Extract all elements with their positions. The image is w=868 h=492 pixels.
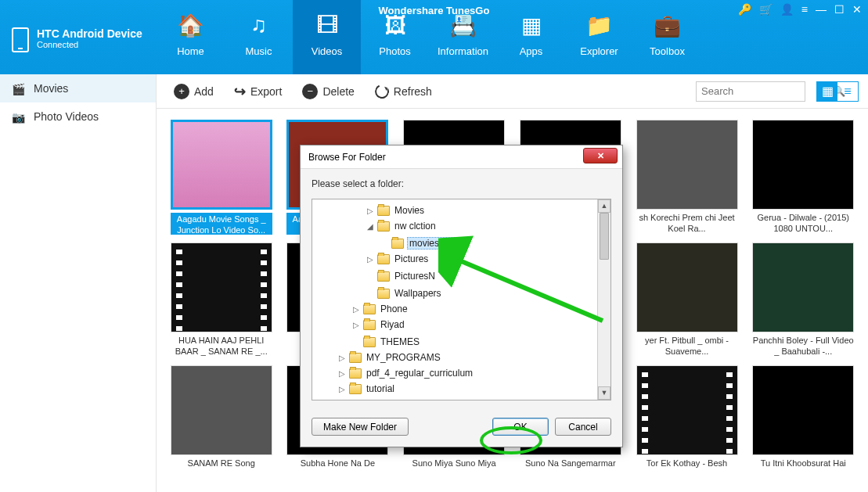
device-status: Connected <box>37 40 142 49</box>
tree-twisty[interactable]: ▷ <box>366 206 374 215</box>
video-thumb[interactable]: Gerua - Dilwale - (2015) 1080 UNTOU... <box>751 120 855 235</box>
video-thumb[interactable]: Tu Itni Khoobsurat Hai <box>751 365 855 469</box>
tree-item[interactable]: ▷MY_PROGRAMS <box>314 350 595 365</box>
nav-tab-home[interactable]: 🏠Home <box>157 0 225 74</box>
video-thumb[interactable]: sh Korechi Prem chi Jeet Koel Ra... <box>636 120 739 235</box>
nav-tab-toolbox[interactable]: 💼Toolbox <box>633 0 701 74</box>
tree-item[interactable]: ◢nw clction <box>314 218 595 234</box>
video-thumb[interactable]: Aagadu Movie Songs _ Junction Lo Video S… <box>170 120 273 235</box>
thumb-image <box>636 365 738 455</box>
folder-tree[interactable]: ▷Movies◢nw clctionmovies4now▷PicturesPic… <box>312 199 611 400</box>
thumb-label: sh Korechi Prem chi Jeet Koel Ra... <box>636 213 738 235</box>
tree-label: Riyad <box>379 319 406 330</box>
thumb-label: Tu Itni Khoobsurat Hai <box>752 458 854 469</box>
ok-button[interactable]: OK <box>492 418 549 436</box>
delete-button[interactable]: −Delete <box>294 81 362 102</box>
tree-scrollbar[interactable]: ▲ ▼ <box>597 199 610 400</box>
video-thumb[interactable]: SANAM RE Song <box>170 365 273 469</box>
key-icon[interactable]: 🔑 <box>738 3 751 16</box>
thumb-label: Suno Na Sangemarmar <box>520 458 621 469</box>
browse-folder-dialog: Browse For Folder ✕ Please select a fold… <box>300 145 623 447</box>
thumb-image <box>752 365 854 455</box>
tree-item[interactable]: PicturesN <box>314 267 595 284</box>
export-button[interactable]: ↪Export <box>226 80 290 103</box>
tree-item[interactable]: ▷Pictures <box>314 251 595 267</box>
tree-label: pdf_4_regular_curriculum <box>365 368 474 379</box>
home-icon: 🏠 <box>177 12 204 39</box>
tree-label: PicturesN <box>393 271 437 282</box>
video-thumb[interactable]: Tor Ek Kothay - Besh <box>636 365 739 469</box>
scroll-down-button[interactable]: ▼ <box>598 386 610 400</box>
thumb-label: Tor Ek Kothay - Besh <box>636 458 738 469</box>
cart-icon[interactable]: 🛒 <box>759 3 773 16</box>
minimize-icon[interactable]: — <box>816 3 827 16</box>
cancel-button[interactable]: Cancel <box>555 418 611 436</box>
scroll-thumb[interactable] <box>600 213 609 260</box>
thumb-label: SANAM RE Song <box>171 458 272 469</box>
folder-icon <box>377 271 390 282</box>
maximize-icon[interactable]: ☐ <box>834 3 845 16</box>
app-title: Wondershare TunesGo <box>379 5 490 16</box>
music-icon: ♫ <box>250 12 267 39</box>
grid-view-button[interactable]: ▦ <box>817 82 837 101</box>
thumb-image <box>752 120 854 210</box>
search-box[interactable]: 🔍 <box>696 81 805 102</box>
sidebar-item-movies[interactable]: 🎬Movies <box>0 74 156 102</box>
thumb-image <box>171 120 272 210</box>
tree-twisty[interactable]: ▷ <box>351 305 360 314</box>
tree-label: Phone <box>379 303 409 314</box>
tree-twisty[interactable]: ▷ <box>351 321 360 329</box>
tree-twisty[interactable]: ◢ <box>366 222 374 231</box>
add-button[interactable]: +Add <box>166 81 222 102</box>
dialog-message: Please select a folder: <box>312 178 611 189</box>
list-view-button[interactable]: ≡ <box>837 82 858 101</box>
scroll-up-button[interactable]: ▲ <box>598 199 610 213</box>
sidebar-icon: 📷 <box>12 111 26 122</box>
sidebar-item-photo-videos[interactable]: 📷Photo Videos <box>0 102 156 131</box>
thumb-label: Gerua - Dilwale - (2015) 1080 UNTOU... <box>752 213 854 235</box>
thumb-label: yer Ft. Pitbull _ ombi - Suaveme... <box>636 336 738 357</box>
tree-label: THEMES <box>379 336 421 347</box>
close-icon[interactable]: ✕ <box>852 3 862 16</box>
menu-icon[interactable]: ≡ <box>801 3 808 16</box>
device-panel[interactable]: HTC Android Device Connected <box>0 0 157 74</box>
videos-icon: 🎞 <box>316 12 338 39</box>
dialog-close-button[interactable]: ✕ <box>583 148 618 163</box>
nav-tab-music[interactable]: ♫Music <box>225 0 293 74</box>
tree-item[interactable]: Wallpapers <box>314 284 595 301</box>
tree-label: nw clction <box>393 221 438 232</box>
tree-twisty[interactable]: ▷ <box>337 354 346 362</box>
folder-icon <box>363 337 376 347</box>
video-thumb[interactable]: yer Ft. Pitbull _ ombi - Suaveme... <box>636 242 739 357</box>
search-input[interactable] <box>701 85 833 97</box>
folder-icon <box>363 320 376 330</box>
thumb-label: HUA HAIN AAJ PEHLI BAAR _ SANAM RE _... <box>171 336 272 357</box>
tree-twisty[interactable]: ▷ <box>366 255 374 264</box>
tree-item[interactable]: movies4now <box>314 234 595 251</box>
nav-tab-videos[interactable]: 🎞Videos <box>293 0 361 74</box>
tree-item[interactable]: ▷Phone <box>314 301 595 317</box>
make-new-folder-button[interactable]: Make New Folder <box>312 418 409 436</box>
tree-item[interactable]: ▷Riyad <box>314 317 595 332</box>
folder-icon <box>377 254 390 264</box>
user-icon[interactable]: 👤 <box>780 3 794 16</box>
thumb-label: Suno Miya Suno Miya <box>403 458 505 469</box>
tree-item[interactable]: ▷Movies <box>314 203 595 218</box>
nav-tab-apps[interactable]: ▦Apps <box>497 0 565 74</box>
tree-twisty[interactable]: ▷ <box>337 369 346 378</box>
sidebar: 🎬Movies📷Photo Videos <box>0 74 157 492</box>
thumb-image <box>752 242 854 332</box>
video-thumb[interactable]: HUA HAIN AAJ PEHLI BAAR _ SANAM RE _... <box>170 242 273 357</box>
folder-icon <box>363 304 376 314</box>
tree-label: Wallpapers <box>393 288 443 299</box>
tree-twisty[interactable]: ▷ <box>337 385 346 393</box>
video-thumb[interactable]: Panchhi Boley - Full Video _ Baahubali -… <box>751 242 855 357</box>
tree-item[interactable]: ▷pdf_4_regular_curriculum <box>314 365 595 381</box>
tree-item[interactable]: THEMES <box>314 332 595 350</box>
dialog-title: Browse For Folder <box>308 152 386 163</box>
toolbox-icon: 💼 <box>654 12 681 39</box>
dialog-titlebar[interactable]: Browse For Folder ✕ <box>301 145 622 169</box>
tree-item[interactable]: ▷tutorial <box>314 381 595 397</box>
nav-tab-explorer[interactable]: 📁Explorer <box>565 0 633 74</box>
refresh-button[interactable]: Refresh <box>367 81 440 102</box>
